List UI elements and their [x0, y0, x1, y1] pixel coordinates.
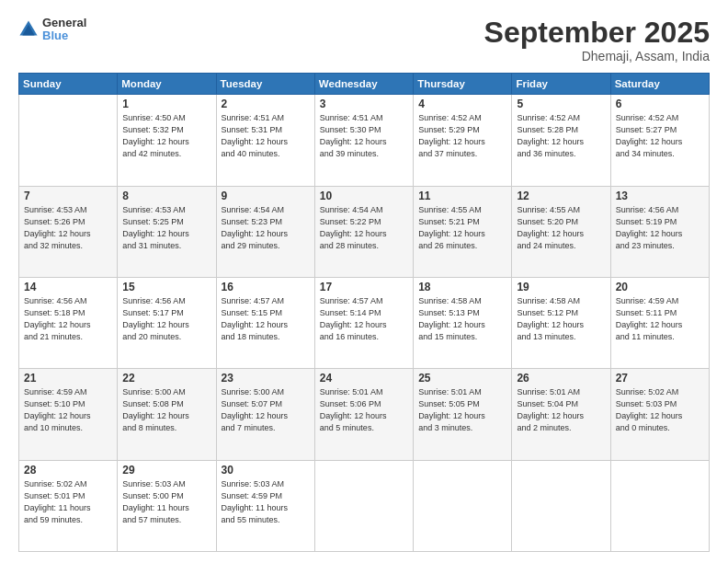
- day-number: 26: [517, 372, 605, 385]
- day-number: 22: [122, 372, 210, 385]
- day-info: Sunrise: 4:56 AM Sunset: 5:18 PM Dayligh…: [24, 295, 112, 343]
- calendar-cell: 21Sunrise: 4:59 AM Sunset: 5:10 PM Dayli…: [19, 369, 118, 460]
- day-info: Sunrise: 4:59 AM Sunset: 5:11 PM Dayligh…: [616, 295, 704, 343]
- day-number: 7: [24, 190, 112, 202]
- day-info: Sunrise: 4:53 AM Sunset: 5:26 PM Dayligh…: [24, 204, 112, 252]
- week-row-2: 7Sunrise: 4:53 AM Sunset: 5:26 PM Daylig…: [19, 186, 710, 277]
- day-info: Sunrise: 4:50 AM Sunset: 5:32 PM Dayligh…: [122, 112, 210, 160]
- day-info: Sunrise: 4:51 AM Sunset: 5:31 PM Dayligh…: [222, 112, 310, 160]
- week-row-1: 1Sunrise: 4:50 AM Sunset: 5:32 PM Daylig…: [19, 95, 710, 186]
- day-info: Sunrise: 4:51 AM Sunset: 5:30 PM Dayligh…: [320, 112, 408, 160]
- weekday-header-thursday: Thursday: [414, 74, 512, 95]
- calendar-cell: 23Sunrise: 5:00 AM Sunset: 5:07 PM Dayli…: [216, 369, 314, 460]
- day-number: 13: [616, 190, 704, 202]
- calendar-header: SundayMondayTuesdayWednesdayThursdayFrid…: [19, 74, 710, 95]
- day-number: 2: [222, 98, 310, 110]
- weekday-header-saturday: Saturday: [610, 74, 709, 95]
- day-info: Sunrise: 4:55 AM Sunset: 5:21 PM Dayligh…: [418, 204, 506, 252]
- day-info: Sunrise: 4:58 AM Sunset: 5:12 PM Dayligh…: [517, 295, 605, 343]
- calendar-cell: 14Sunrise: 4:56 AM Sunset: 5:18 PM Dayli…: [19, 277, 118, 368]
- weekday-header-friday: Friday: [512, 74, 610, 95]
- logo-line1: General: [42, 17, 86, 29]
- calendar-cell: 27Sunrise: 5:02 AM Sunset: 5:03 PM Dayli…: [610, 369, 709, 460]
- day-info: Sunrise: 5:03 AM Sunset: 4:59 PM Dayligh…: [222, 478, 310, 526]
- day-number: 11: [418, 190, 506, 202]
- day-info: Sunrise: 5:02 AM Sunset: 5:03 PM Dayligh…: [616, 386, 704, 434]
- calendar-cell: 25Sunrise: 5:01 AM Sunset: 5:05 PM Dayli…: [414, 369, 512, 460]
- calendar-cell: [512, 460, 610, 551]
- day-number: 20: [616, 281, 704, 293]
- day-info: Sunrise: 4:52 AM Sunset: 5:29 PM Dayligh…: [418, 112, 506, 160]
- day-info: Sunrise: 5:00 AM Sunset: 5:07 PM Dayligh…: [222, 386, 310, 434]
- logo-line2: Blue: [42, 29, 86, 42]
- page: General Blue September 2025 Dhemaji, Ass…: [0, 0, 728, 563]
- weekday-row: SundayMondayTuesdayWednesdayThursdayFrid…: [19, 74, 710, 95]
- day-info: Sunrise: 4:56 AM Sunset: 5:17 PM Dayligh…: [122, 295, 210, 343]
- day-number: 29: [122, 464, 210, 477]
- day-number: 4: [418, 98, 506, 110]
- day-info: Sunrise: 4:55 AM Sunset: 5:20 PM Dayligh…: [517, 204, 605, 252]
- day-info: Sunrise: 4:52 AM Sunset: 5:28 PM Dayligh…: [517, 112, 605, 160]
- week-row-5: 28Sunrise: 5:02 AM Sunset: 5:01 PM Dayli…: [19, 460, 710, 551]
- calendar-cell: 6Sunrise: 4:52 AM Sunset: 5:27 PM Daylig…: [610, 95, 709, 186]
- calendar-cell: 19Sunrise: 4:58 AM Sunset: 5:12 PM Dayli…: [512, 277, 610, 368]
- day-number: 24: [320, 372, 408, 385]
- day-number: 25: [418, 372, 506, 385]
- day-info: Sunrise: 4:54 AM Sunset: 5:22 PM Dayligh…: [320, 204, 408, 252]
- day-number: 3: [320, 98, 408, 110]
- calendar-cell: 12Sunrise: 4:55 AM Sunset: 5:20 PM Dayli…: [512, 186, 610, 277]
- logo-text: General Blue: [42, 17, 86, 43]
- day-info: Sunrise: 5:03 AM Sunset: 5:00 PM Dayligh…: [122, 478, 210, 526]
- calendar-cell: 5Sunrise: 4:52 AM Sunset: 5:28 PM Daylig…: [512, 95, 610, 186]
- day-number: 9: [222, 190, 310, 202]
- day-number: 17: [320, 281, 408, 293]
- logo: General Blue: [18, 17, 86, 43]
- calendar-cell: 3Sunrise: 4:51 AM Sunset: 5:30 PM Daylig…: [314, 95, 413, 186]
- calendar-cell: 28Sunrise: 5:02 AM Sunset: 5:01 PM Dayli…: [19, 460, 118, 551]
- day-info: Sunrise: 4:57 AM Sunset: 5:15 PM Dayligh…: [222, 295, 310, 343]
- day-info: Sunrise: 4:53 AM Sunset: 5:25 PM Dayligh…: [122, 204, 210, 252]
- day-number: 1: [122, 98, 210, 110]
- calendar-cell: 16Sunrise: 4:57 AM Sunset: 5:15 PM Dayli…: [216, 277, 314, 368]
- week-row-4: 21Sunrise: 4:59 AM Sunset: 5:10 PM Dayli…: [19, 369, 710, 460]
- calendar-cell: 29Sunrise: 5:03 AM Sunset: 5:00 PM Dayli…: [118, 460, 216, 551]
- day-info: Sunrise: 4:56 AM Sunset: 5:19 PM Dayligh…: [616, 204, 704, 252]
- calendar-cell: [314, 460, 413, 551]
- calendar-cell: [414, 460, 512, 551]
- weekday-header-tuesday: Tuesday: [216, 74, 314, 95]
- day-number: 27: [616, 372, 704, 385]
- calendar-cell: 13Sunrise: 4:56 AM Sunset: 5:19 PM Dayli…: [610, 186, 709, 277]
- day-number: 18: [418, 281, 506, 293]
- calendar-cell: 18Sunrise: 4:58 AM Sunset: 5:13 PM Dayli…: [414, 277, 512, 368]
- day-info: Sunrise: 5:02 AM Sunset: 5:01 PM Dayligh…: [24, 478, 112, 526]
- calendar-cell: [19, 95, 118, 186]
- day-number: 30: [222, 464, 310, 477]
- month-title: September 2025: [484, 17, 710, 49]
- calendar-cell: 7Sunrise: 4:53 AM Sunset: 5:26 PM Daylig…: [19, 186, 118, 277]
- day-number: 5: [517, 98, 605, 110]
- weekday-header-sunday: Sunday: [19, 74, 118, 95]
- header: General Blue September 2025 Dhemaji, Ass…: [18, 17, 710, 63]
- title-block: September 2025 Dhemaji, Assam, India: [484, 17, 710, 63]
- day-info: Sunrise: 4:57 AM Sunset: 5:14 PM Dayligh…: [320, 295, 408, 343]
- calendar-cell: 17Sunrise: 4:57 AM Sunset: 5:14 PM Dayli…: [314, 277, 413, 368]
- day-number: 10: [320, 190, 408, 202]
- calendar-cell: 22Sunrise: 5:00 AM Sunset: 5:08 PM Dayli…: [118, 369, 216, 460]
- weekday-header-wednesday: Wednesday: [314, 74, 413, 95]
- day-info: Sunrise: 4:54 AM Sunset: 5:23 PM Dayligh…: [222, 204, 310, 252]
- day-number: 12: [517, 190, 605, 202]
- day-number: 8: [122, 190, 210, 202]
- calendar-cell: 10Sunrise: 4:54 AM Sunset: 5:22 PM Dayli…: [314, 186, 413, 277]
- day-number: 14: [24, 281, 112, 293]
- logo-icon: [18, 19, 39, 40]
- day-number: 23: [222, 372, 310, 385]
- calendar: SundayMondayTuesdayWednesdayThursdayFrid…: [18, 73, 710, 552]
- calendar-body: 1Sunrise: 4:50 AM Sunset: 5:32 PM Daylig…: [19, 95, 710, 552]
- calendar-cell: 4Sunrise: 4:52 AM Sunset: 5:29 PM Daylig…: [414, 95, 512, 186]
- calendar-cell: 20Sunrise: 4:59 AM Sunset: 5:11 PM Dayli…: [610, 277, 709, 368]
- calendar-cell: 2Sunrise: 4:51 AM Sunset: 5:31 PM Daylig…: [216, 95, 314, 186]
- calendar-cell: 15Sunrise: 4:56 AM Sunset: 5:17 PM Dayli…: [118, 277, 216, 368]
- subtitle: Dhemaji, Assam, India: [484, 49, 710, 63]
- weekday-header-monday: Monday: [118, 74, 216, 95]
- calendar-cell: 30Sunrise: 5:03 AM Sunset: 4:59 PM Dayli…: [216, 460, 314, 551]
